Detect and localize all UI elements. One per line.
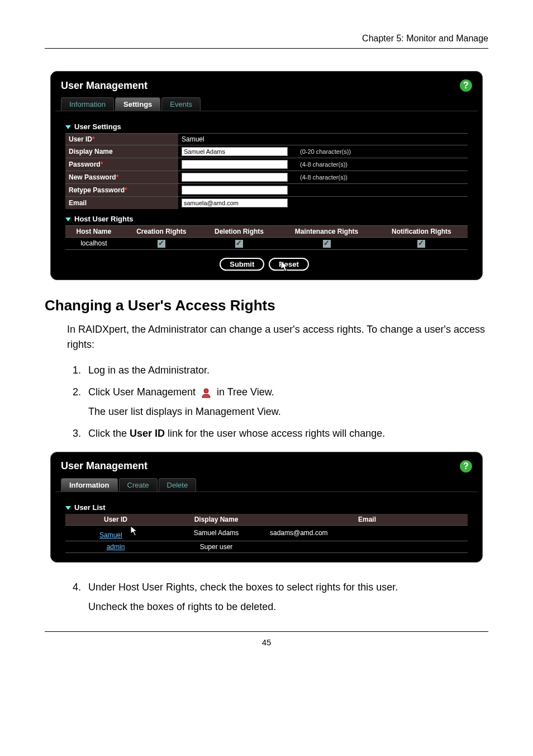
- page-number: 45: [45, 631, 488, 647]
- display-name-value: Samuel Adams: [166, 525, 266, 541]
- email-value: [266, 541, 468, 552]
- panel-title: User Management: [61, 460, 147, 472]
- tab-delete[interactable]: Delete: [159, 478, 197, 492]
- tab-information[interactable]: Information: [61, 97, 114, 111]
- chevron-down-icon: [65, 122, 71, 131]
- svg-marker-2: [131, 526, 137, 536]
- email-value: sadams@amd.com: [266, 525, 468, 541]
- user-id-label: User ID: [69, 135, 92, 143]
- user-management-list-panel: User Management ? Information Create Del…: [50, 452, 483, 563]
- host-user-rights-section-header: Host User Rights: [65, 209, 468, 225]
- user-id-value: Samuel: [178, 134, 468, 145]
- step-2: Click User Management in Tree View. The …: [84, 384, 488, 420]
- display-name-hint: (0-20 character(s)): [297, 145, 468, 158]
- deletion-rights-checkbox[interactable]: [235, 240, 243, 248]
- col-user-id: User ID: [65, 514, 166, 526]
- tab-information[interactable]: Information: [61, 478, 118, 492]
- section-heading: Changing a User's Access Rights: [45, 297, 488, 314]
- user-list-table: User ID Display Name Email Samuel Samuel…: [65, 514, 468, 553]
- tab-create[interactable]: Create: [119, 478, 158, 492]
- col-notification-rights: Notification Rights: [375, 226, 468, 238]
- user-id-link-samuel[interactable]: Samuel: [99, 531, 122, 539]
- chapter-header: Chapter 5: Monitor and Manage: [45, 34, 488, 49]
- retype-password-field[interactable]: [182, 186, 288, 195]
- user-id-link-admin[interactable]: admin: [107, 543, 125, 551]
- new-password-field[interactable]: [182, 173, 288, 182]
- user-settings-section-header: User Settings: [65, 117, 468, 133]
- password-hint: (4-8 character(s)): [297, 158, 468, 171]
- password-label: Password: [69, 160, 101, 168]
- password-field[interactable]: [182, 160, 288, 169]
- tab-events[interactable]: Events: [161, 97, 201, 111]
- step-4: Under Host User Rights, check the boxes …: [84, 579, 488, 615]
- step-2-sub: The user list displays in Management Vie…: [88, 404, 488, 420]
- col-deletion-rights: Deletion Rights: [201, 226, 278, 238]
- col-creation-rights: Creation Rights: [122, 226, 201, 238]
- chevron-down-icon: [65, 215, 71, 223]
- user-management-settings-panel: User Management ? Information Settings E…: [50, 71, 483, 280]
- step-3: Click the User ID link for the user whos…: [84, 426, 488, 442]
- step-1: Log in as the Administrator.: [84, 362, 488, 379]
- mouse-cursor-icon: [131, 526, 139, 536]
- col-host-name: Host Name: [65, 226, 122, 238]
- help-icon[interactable]: ?: [460, 460, 472, 472]
- user-settings-form: User ID* Samuel Display Name (0-20 chara…: [65, 133, 468, 209]
- new-password-label: New Password: [69, 173, 116, 181]
- chevron-down-icon: [65, 503, 71, 512]
- host-user-rights-table: Host Name Creation Rights Deletion Right…: [65, 225, 468, 250]
- notification-rights-checkbox[interactable]: [417, 240, 425, 248]
- display-name-value: Super user: [166, 541, 266, 552]
- help-icon[interactable]: ?: [460, 79, 472, 92]
- user-settings-label: User Settings: [74, 122, 121, 131]
- host-name-value: localhost: [65, 238, 122, 250]
- creation-rights-checkbox[interactable]: [158, 240, 165, 248]
- host-user-rights-label: Host User Rights: [74, 215, 133, 223]
- tabstrip: Information Settings Events: [55, 97, 478, 111]
- table-row: Samuel Samuel Adams sadams@amd.com: [65, 525, 468, 541]
- submit-button[interactable]: Submit: [220, 258, 264, 271]
- panel-title: User Management: [61, 80, 147, 92]
- user-list-section-header: User List: [65, 498, 468, 514]
- maintenance-rights-checkbox[interactable]: [323, 240, 331, 248]
- svg-marker-0: [281, 261, 288, 271]
- svg-point-1: [204, 389, 208, 393]
- user-management-icon: [201, 384, 212, 400]
- intro-paragraph: In RAIDXpert, the Administrator can chan…: [45, 322, 488, 352]
- new-password-hint: (4-8 character(s)): [297, 171, 468, 184]
- display-name-label: Display Name: [65, 145, 178, 158]
- col-display-name: Display Name: [166, 514, 266, 526]
- col-maintenance-rights: Maintenance Rights: [278, 226, 375, 238]
- col-email: Email: [266, 514, 468, 526]
- step-4-sub: Uncheck the boxes of rights to be delete…: [88, 599, 488, 615]
- tab-settings[interactable]: Settings: [115, 97, 160, 111]
- tabstrip: Information Create Delete: [55, 478, 478, 492]
- email-field[interactable]: [182, 199, 288, 207]
- table-row: admin Super user: [65, 541, 468, 552]
- email-label: Email: [65, 197, 178, 210]
- retype-password-label: Retype Password: [69, 186, 125, 194]
- display-name-field[interactable]: [182, 147, 288, 156]
- user-list-label: User List: [74, 503, 106, 512]
- table-row: localhost: [65, 238, 468, 250]
